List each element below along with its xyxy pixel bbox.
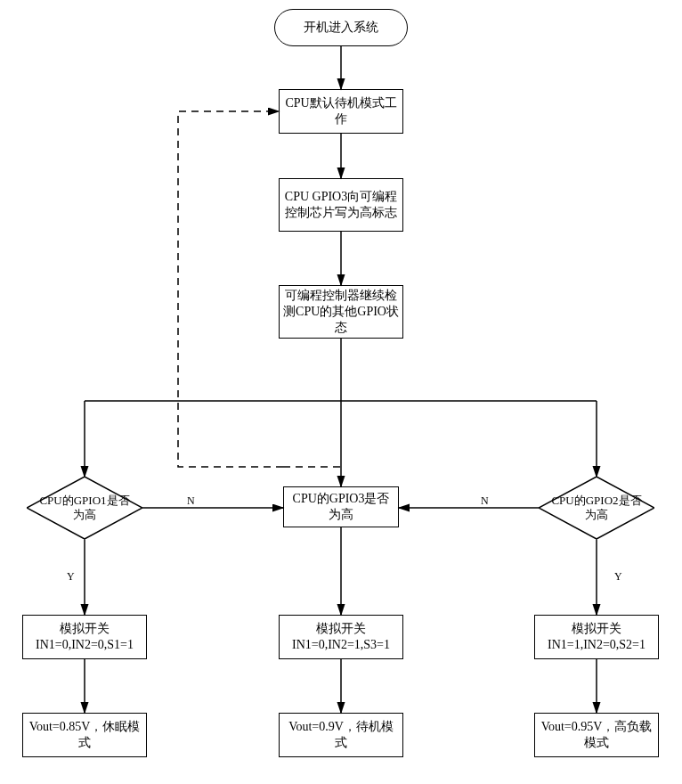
edge-gpio2-N-label: N xyxy=(481,494,489,508)
node-sw2-label: 模拟开关 IN1=1,IN2=0,S2=1 xyxy=(548,621,645,653)
node-sw1-label: 模拟开关 IN1=0,IN2=0,S1=1 xyxy=(36,621,134,653)
node-out1-label: Vout=0.85V，休眠模式 xyxy=(27,719,142,751)
node-poll: 可编程控制器继续检测CPU的其他GPIO状态 xyxy=(279,285,403,339)
node-gpio3: CPU的GPIO3是否为高 xyxy=(283,486,399,527)
node-out1: Vout=0.85V，休眠模式 xyxy=(22,713,147,757)
node-out3: Vout=0.9V，待机模式 xyxy=(279,713,403,757)
node-gpio1: CPU的GPIO1是否为高 xyxy=(27,477,142,539)
node-gpio3-label: CPU的GPIO3是否为高 xyxy=(288,491,394,523)
node-start: 开机进入系统 xyxy=(274,9,408,46)
node-out3-label: Vout=0.9V，待机模式 xyxy=(283,719,399,751)
node-sw1: 模拟开关 IN1=0,IN2=0,S1=1 xyxy=(22,615,147,659)
node-poll-label: 可编程控制器继续检测CPU的其他GPIO状态 xyxy=(283,288,399,337)
node-writeHigh: CPU GPIO3向可编程控制芯片写为高标志 xyxy=(279,178,403,232)
node-gpio2-label: CPU的GPIO2是否为高 xyxy=(539,477,654,539)
edge-gpio2-Y-label: Y xyxy=(614,570,622,584)
node-out2: Vout=0.95V，高负载模式 xyxy=(534,713,659,757)
node-gpio1-label: CPU的GPIO1是否为高 xyxy=(27,477,142,539)
edge-gpio1-Y-label: Y xyxy=(67,570,75,584)
node-sw2: 模拟开关 IN1=1,IN2=0,S2=1 xyxy=(534,615,659,659)
node-sw3: 模拟开关 IN1=0,IN2=1,S3=1 xyxy=(279,615,403,659)
node-standby: CPU默认待机模式工作 xyxy=(279,89,403,134)
node-writeHigh-label: CPU GPIO3向可编程控制芯片写为高标志 xyxy=(283,189,399,221)
node-start-label: 开机进入系统 xyxy=(304,20,378,36)
node-gpio2: CPU的GPIO2是否为高 xyxy=(539,477,654,539)
edge-gpio1-N-label: N xyxy=(187,494,195,508)
node-standby-label: CPU默认待机模式工作 xyxy=(283,95,399,127)
node-sw3-label: 模拟开关 IN1=0,IN2=1,S3=1 xyxy=(292,621,390,653)
node-out2-label: Vout=0.95V，高负载模式 xyxy=(539,719,654,751)
